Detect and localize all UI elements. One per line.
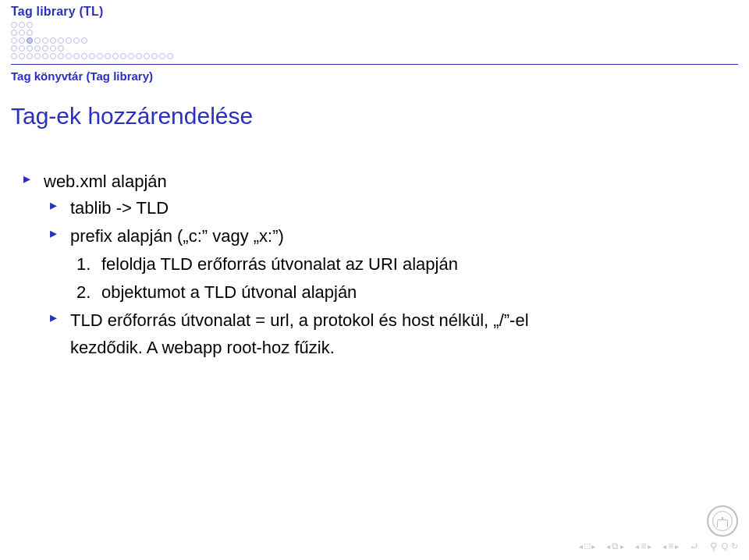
nav-search[interactable]: ⚲Q↻ [710,541,738,552]
progress-dot[interactable] [34,37,41,44]
bullet-item: tablib -> TLD [70,195,738,222]
subsection-title: Tag könyvtár (Tag library) [0,69,749,83]
slide-body: Tag-ek hozzárendelése web.xml alapján ta… [0,83,749,361]
progress-dot[interactable] [159,53,165,59]
enum-text: objektumot a TLD útvonal alapján [101,282,357,302]
bullet-text-cont: kezdődik. A webapp root-hoz fűzik. [70,338,335,357]
progress-dot[interactable] [19,22,25,28]
bullet-text: web.xml alapján [44,172,167,191]
progress-dot[interactable] [42,45,48,51]
progress-dot[interactable] [73,37,80,44]
progress-row [11,53,738,59]
progress-dot[interactable] [105,53,111,59]
enum-number: 2. [76,279,91,306]
nav-first[interactable]: ◂□▸ [579,541,595,551]
enum-text: feloldja TLD erőforrás útvonalat az URI … [101,254,458,274]
bullet-text: prefix alapján („c:” vagy „x:”) [70,226,284,246]
progress-dot[interactable] [58,53,64,59]
nav-next[interactable]: ◂≡▸ [662,541,679,551]
progress-dot[interactable] [11,30,17,36]
progress-dot[interactable] [50,37,56,44]
progress-dot[interactable] [42,53,48,59]
nav-prev-section[interactable]: ◂⧉▸ [606,541,624,551]
progress-dot[interactable] [11,22,17,28]
progress-dot[interactable] [112,53,119,59]
progress-dot[interactable] [66,37,72,44]
progress-dot[interactable] [11,37,17,44]
progress-dot[interactable] [19,37,25,44]
progress-dot[interactable] [66,53,72,59]
progress-dot[interactable] [34,45,41,51]
progress-dot[interactable] [144,53,150,59]
enum-number: 1. [76,251,91,278]
progress-dot[interactable] [58,45,64,51]
progress-dot[interactable] [97,53,103,59]
progress-dot[interactable] [11,45,17,51]
nav-prev[interactable]: ◂≡▸ [635,541,651,551]
bullet-item: web.xml alapján tablib -> TLD prefix ala… [44,168,738,361]
progress-dot[interactable] [73,53,80,59]
progress-dot[interactable] [27,30,33,36]
progress-dot[interactable] [50,53,56,59]
progress-dots [11,22,738,59]
progress-dot[interactable] [120,53,126,59]
progress-dot[interactable] [27,45,33,51]
progress-dot[interactable] [27,37,33,44]
progress-dot[interactable] [128,53,134,59]
progress-dot[interactable] [27,53,33,59]
progress-row [11,22,738,28]
progress-dot[interactable] [19,45,25,51]
institution-logo [707,505,738,537]
progress-dot[interactable] [81,37,87,44]
progress-dot[interactable] [50,45,56,51]
progress-dot[interactable] [42,37,48,44]
progress-dot[interactable] [151,53,158,59]
progress-dot[interactable] [81,53,87,59]
progress-row [11,45,738,51]
beamer-nav-bar: ◂□▸ ◂⧉▸ ◂≡▸ ◂≡▸ ⤾ ⚲Q↻ [579,540,738,552]
progress-dot[interactable] [19,53,25,59]
progress-dot[interactable] [58,37,64,44]
progress-row [11,37,738,44]
bullet-text: tablib -> TLD [70,198,169,218]
bullet-text: TLD erőforrás útvonalat = url, a protoko… [70,310,529,330]
progress-dot[interactable] [34,53,41,59]
progress-dot[interactable] [136,53,142,59]
frame-title: Tag-ek hozzárendelése [11,103,738,129]
bullet-item: TLD erőforrás útvonalat = url, a protoko… [70,307,738,360]
progress-dot[interactable] [19,30,25,36]
section-title: Tag library (TL) [11,5,738,19]
bullet-item: prefix alapján („c:” vagy „x:”) 1.felold… [70,223,738,306]
progress-row [11,30,738,36]
progress-dot[interactable] [11,53,17,59]
progress-dot[interactable] [27,22,33,28]
enum-item: 2.objektumot a TLD útvonal alapján [101,279,738,306]
enum-item: 1.feloldja TLD erőforrás útvonalat az UR… [101,251,738,278]
progress-dot[interactable] [89,53,95,59]
progress-dot[interactable] [167,53,173,59]
header-rule [11,64,738,65]
nav-back[interactable]: ⤾ [690,540,699,552]
